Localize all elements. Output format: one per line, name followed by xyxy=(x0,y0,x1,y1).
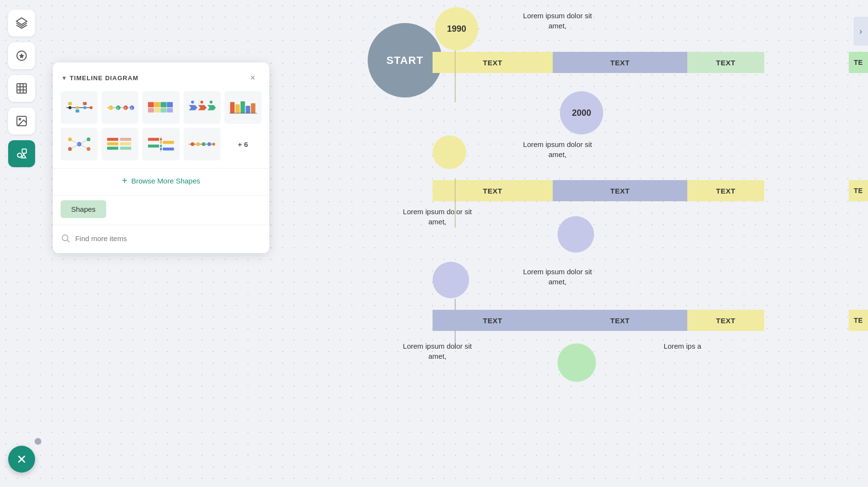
svg-rect-62 xyxy=(120,138,131,141)
start-node[interactable]: START xyxy=(368,23,442,97)
small-circle-yellow[interactable] xyxy=(433,135,466,169)
svg-rect-69 xyxy=(163,147,174,150)
text-cell-3c[interactable]: TEXT xyxy=(687,310,764,331)
text-bar-row-2: TEXT TEXT TEXT xyxy=(433,180,764,201)
fab-indicator xyxy=(35,438,41,445)
close-icon xyxy=(16,453,27,465)
text-cell-2a[interactable]: TEXT xyxy=(433,180,553,201)
svg-rect-46 xyxy=(240,101,245,113)
sidebar xyxy=(0,0,43,487)
shape-thumb-3[interactable] xyxy=(142,91,179,124)
text-cell-2b[interactable]: TEXT xyxy=(553,180,687,201)
svg-point-72 xyxy=(160,145,162,147)
svg-point-8 xyxy=(19,119,21,120)
more-shapes-count[interactable]: + 6 xyxy=(224,128,261,160)
shape-thumb-2[interactable]: 1 2 3 4 xyxy=(101,91,138,124)
text-cell-1b[interactable]: TEXT xyxy=(553,52,687,73)
timeline-thumb-8 xyxy=(146,131,176,157)
stem-line-1 xyxy=(455,50,456,102)
text-cell-2c[interactable]: TEXT xyxy=(687,180,764,201)
star-icon xyxy=(15,49,28,62)
svg-point-43 xyxy=(210,100,212,103)
green-circle-1[interactable] xyxy=(558,343,596,382)
sidebar-item-favorites[interactable] xyxy=(8,42,35,69)
timeline-thumb-5 xyxy=(228,95,258,121)
svg-point-14 xyxy=(68,106,71,109)
search-icon xyxy=(61,233,70,244)
svg-marker-39 xyxy=(198,105,207,110)
svg-line-81 xyxy=(67,240,70,243)
svg-rect-36 xyxy=(161,108,166,112)
svg-marker-40 xyxy=(208,105,216,110)
shape-thumb-5[interactable] xyxy=(224,91,261,124)
svg-rect-61 xyxy=(107,146,118,149)
svg-point-17 xyxy=(89,106,92,109)
lorem-text-6: Lorem ips a xyxy=(639,341,726,351)
svg-point-71 xyxy=(160,141,162,144)
text-cell-3b[interactable]: TEXT xyxy=(553,310,687,331)
svg-text:4: 4 xyxy=(131,107,132,109)
year-2000-node[interactable]: 2000 xyxy=(560,91,603,134)
shape-thumb-9[interactable] xyxy=(184,128,221,160)
fab-close-button[interactable] xyxy=(8,446,35,473)
sidebar-item-image[interactable] xyxy=(8,108,35,134)
svg-rect-35 xyxy=(154,108,160,112)
grid-icon xyxy=(15,82,28,95)
lorem-text-4: Lorem ipsum dolor sit amet, xyxy=(514,267,601,287)
svg-rect-68 xyxy=(148,145,159,147)
shape-thumb-7[interactable] xyxy=(101,128,138,160)
timeline-thumb-3 xyxy=(146,95,176,121)
svg-rect-34 xyxy=(148,108,154,112)
svg-rect-60 xyxy=(107,142,118,145)
timeline-thumb-2: 1 2 3 4 xyxy=(105,95,135,121)
browse-more-shapes-button[interactable]: + Browse More Shapes xyxy=(53,168,269,195)
blue-circle-2[interactable] xyxy=(433,262,469,298)
svg-rect-10 xyxy=(22,149,26,153)
shape-thumb-8[interactable] xyxy=(142,128,179,160)
lorem-text-5: Lorem ipsum dolor sit amet, xyxy=(394,341,481,361)
sidebar-item-shapes[interactable] xyxy=(8,140,35,167)
sidebar-item-layers[interactable] xyxy=(8,10,35,37)
svg-rect-32 xyxy=(161,102,166,107)
sidebar-item-grid[interactable] xyxy=(8,75,35,102)
svg-rect-64 xyxy=(120,146,131,149)
svg-marker-38 xyxy=(189,105,198,110)
blue-circle-1[interactable] xyxy=(558,216,594,253)
svg-point-41 xyxy=(191,100,194,103)
svg-text:1: 1 xyxy=(110,107,111,109)
svg-point-9 xyxy=(17,153,22,158)
svg-point-80 xyxy=(62,235,68,241)
lorem-text-1: Lorem ipsum dolor sit amet, xyxy=(514,11,601,31)
svg-rect-30 xyxy=(148,102,154,107)
shape-thumb-6[interactable] xyxy=(61,128,98,160)
panel-title-row: ▾ TIMELINE DIAGRAM xyxy=(62,74,138,82)
search-box xyxy=(61,230,261,246)
svg-point-75 xyxy=(191,142,195,146)
text-cell-1c[interactable]: TEXT xyxy=(687,52,764,73)
text-cell-3a[interactable]: TEXT xyxy=(433,310,553,331)
layers-icon xyxy=(15,17,28,29)
text-cell-1a[interactable]: TEXT xyxy=(433,52,553,73)
svg-rect-66 xyxy=(148,138,159,141)
svg-point-73 xyxy=(160,148,162,150)
svg-line-56 xyxy=(79,139,88,144)
stem-line-2 xyxy=(455,179,456,228)
shape-thumb-1[interactable] xyxy=(61,91,98,124)
svg-point-70 xyxy=(160,138,162,141)
svg-text:3: 3 xyxy=(124,107,126,109)
svg-rect-67 xyxy=(163,141,174,144)
svg-rect-20 xyxy=(83,102,87,105)
shapes-button[interactable]: Shapes xyxy=(61,200,106,218)
shape-thumb-4[interactable] xyxy=(184,91,221,124)
timeline-diagram: START 1990 Lorem ipsum dolor sit amet, T… xyxy=(327,0,868,487)
text-bar-row-3: TEXT TEXT TEXT xyxy=(433,310,764,331)
year-1990-node[interactable]: 1990 xyxy=(435,7,478,50)
svg-point-42 xyxy=(200,100,203,103)
svg-point-76 xyxy=(197,142,200,146)
search-input[interactable] xyxy=(75,234,261,243)
svg-rect-63 xyxy=(120,142,131,145)
timeline-thumb-4 xyxy=(187,95,217,121)
panel-close-button[interactable]: × xyxy=(246,71,260,85)
right-arrow-indicator[interactable]: › xyxy=(854,17,868,46)
image-icon xyxy=(15,115,28,127)
